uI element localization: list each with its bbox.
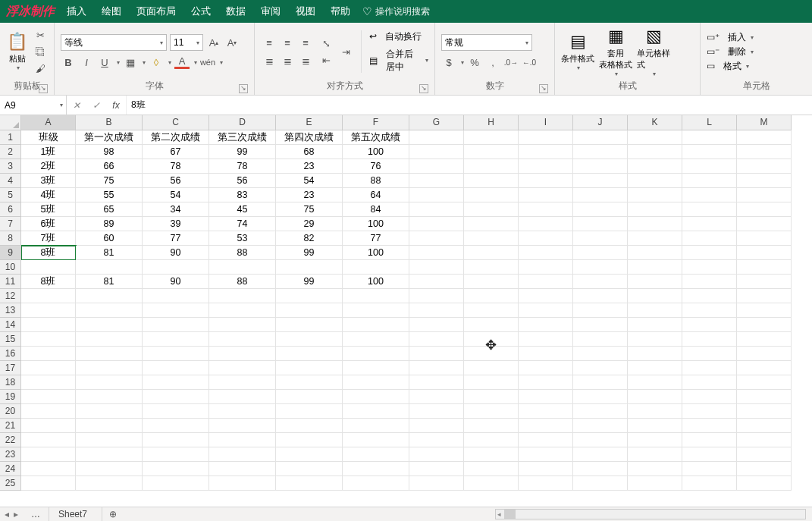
- tab-overflow[interactable]: …: [22, 507, 49, 521]
- cell-E18[interactable]: [276, 375, 343, 390]
- cell-M25[interactable]: [737, 476, 792, 491]
- cell-L12[interactable]: [682, 289, 737, 303]
- cell-D14[interactable]: [209, 318, 276, 332]
- cell-C2[interactable]: 67: [143, 145, 209, 159]
- cell-C16[interactable]: [143, 347, 209, 361]
- cell-D4[interactable]: 56: [209, 174, 276, 188]
- cell-F3[interactable]: 76: [343, 159, 409, 174]
- cell-C13[interactable]: [143, 303, 209, 318]
- cell-G3[interactable]: [409, 159, 464, 174]
- cell-M13[interactable]: [737, 303, 792, 318]
- cell-I18[interactable]: [519, 375, 573, 390]
- cell-E5[interactable]: 23: [276, 188, 343, 202]
- cell-L8[interactable]: [682, 231, 737, 246]
- cell-K12[interactable]: [628, 289, 682, 303]
- cell-H25[interactable]: [464, 476, 519, 491]
- cell-K19[interactable]: [628, 390, 682, 404]
- cell-M20[interactable]: [737, 404, 792, 419]
- row-header-12[interactable]: 12: [0, 289, 21, 303]
- increase-decimal-button[interactable]: .0→: [503, 55, 519, 69]
- cell-D12[interactable]: [209, 289, 276, 303]
- row-header-20[interactable]: 20: [0, 404, 21, 419]
- cell-I1[interactable]: [519, 130, 573, 145]
- row-header-6[interactable]: 6: [0, 202, 21, 217]
- cell-D17[interactable]: [209, 361, 276, 375]
- cell-D22[interactable]: [209, 433, 276, 447]
- cell-L11[interactable]: [682, 275, 737, 289]
- cell-G15[interactable]: [409, 332, 464, 347]
- cell-B10[interactable]: [76, 260, 143, 275]
- cell-B2[interactable]: 98: [76, 145, 143, 159]
- orientation-button[interactable]: ⤡: [318, 36, 334, 50]
- cell-F16[interactable]: [343, 347, 409, 361]
- cell-B5[interactable]: 55: [76, 188, 143, 202]
- cell-F18[interactable]: [343, 375, 409, 390]
- cell-F20[interactable]: [343, 404, 409, 419]
- cell-A25[interactable]: [21, 476, 76, 491]
- cell-J5[interactable]: [573, 188, 628, 202]
- cell-B23[interactable]: [76, 447, 143, 462]
- cell-G20[interactable]: [409, 404, 464, 419]
- cell-K25[interactable]: [628, 476, 682, 491]
- cell-A16[interactable]: [21, 347, 76, 361]
- cell-J14[interactable]: [573, 318, 628, 332]
- cell-C22[interactable]: [143, 433, 209, 447]
- cell-M23[interactable]: [737, 447, 792, 462]
- cell-L13[interactable]: [682, 303, 737, 318]
- row-header-3[interactable]: 3: [0, 159, 21, 174]
- cell-K10[interactable]: [628, 260, 682, 275]
- cell-K2[interactable]: [628, 145, 682, 159]
- font-name-select[interactable]: 等线▾: [61, 34, 167, 51]
- cell-G14[interactable]: [409, 318, 464, 332]
- align-bottom-button[interactable]: ≡: [297, 34, 314, 51]
- cell-E16[interactable]: [276, 347, 343, 361]
- cell-I2[interactable]: [519, 145, 573, 159]
- cell-I3[interactable]: [519, 159, 573, 174]
- wrap-text-button[interactable]: ↩ 自动换行: [369, 30, 428, 43]
- cell-F19[interactable]: [343, 390, 409, 404]
- cell-H2[interactable]: [464, 145, 519, 159]
- cell-I9[interactable]: [519, 246, 573, 260]
- cell-L22[interactable]: [682, 433, 737, 447]
- cell-G9[interactable]: [409, 246, 464, 260]
- cell-K23[interactable]: [628, 447, 682, 462]
- cell-C17[interactable]: [143, 361, 209, 375]
- cell-M11[interactable]: [737, 275, 792, 289]
- cell-F17[interactable]: [343, 361, 409, 375]
- cell-J3[interactable]: [573, 159, 628, 174]
- sheet-tab-Sheet7[interactable]: Sheet7: [49, 507, 102, 521]
- cell-I13[interactable]: [519, 303, 573, 318]
- cell-D6[interactable]: 45: [209, 202, 276, 217]
- row-header-23[interactable]: 23: [0, 447, 21, 462]
- cell-G8[interactable]: [409, 231, 464, 246]
- cell-J2[interactable]: [573, 145, 628, 159]
- col-header-C[interactable]: C: [143, 115, 209, 130]
- cell-D1[interactable]: 第三次成绩: [209, 130, 276, 145]
- cell-E23[interactable]: [276, 447, 343, 462]
- cell-B3[interactable]: 66: [76, 159, 143, 174]
- cell-E22[interactable]: [276, 433, 343, 447]
- cell-L18[interactable]: [682, 375, 737, 390]
- cell-C3[interactable]: 78: [143, 159, 209, 174]
- decrease-indent-button[interactable]: ⇤: [318, 53, 334, 67]
- row-header-22[interactable]: 22: [0, 433, 21, 447]
- cell-B25[interactable]: [76, 476, 143, 491]
- cell-H20[interactable]: [464, 404, 519, 419]
- cell-B13[interactable]: [76, 303, 143, 318]
- decrease-decimal-button[interactable]: ←.0: [522, 55, 537, 69]
- cell-G24[interactable]: [409, 462, 464, 476]
- cell-C23[interactable]: [143, 447, 209, 462]
- cell-E12[interactable]: [276, 289, 343, 303]
- cell-I15[interactable]: [519, 332, 573, 347]
- cell-L20[interactable]: [682, 404, 737, 419]
- percent-button[interactable]: %: [467, 55, 482, 69]
- cell-J21[interactable]: [573, 419, 628, 433]
- cell-D21[interactable]: [209, 419, 276, 433]
- cell-I22[interactable]: [519, 433, 573, 447]
- cell-A3[interactable]: 2班: [21, 159, 76, 174]
- cell-F15[interactable]: [343, 332, 409, 347]
- paste-button[interactable]: 📋 粘贴 ▾: [6, 27, 28, 76]
- col-header-M[interactable]: M: [737, 115, 792, 130]
- cell-M3[interactable]: [737, 159, 792, 174]
- cell-K7[interactable]: [628, 217, 682, 231]
